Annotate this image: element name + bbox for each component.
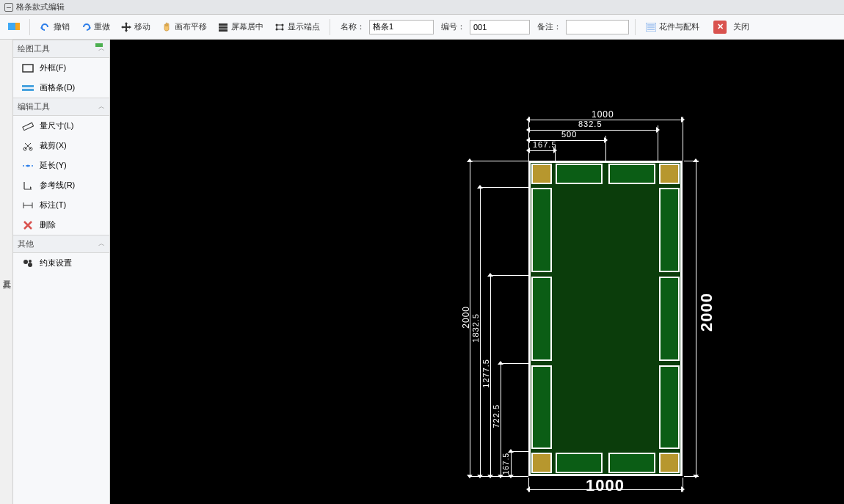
arrow: [693, 158, 699, 162]
corner-br: [659, 453, 680, 473]
main-toolbar: 撤销 重做 移动 画布平移 屏幕居中 显示端点 名称： 编号： 备注：: [0, 15, 844, 40]
sidebar-item-label: 参考线(R): [40, 180, 75, 191]
code-input[interactable]: [470, 20, 530, 34]
sidebar-item-trim[interactable]: 裁剪(X): [13, 136, 109, 156]
sidebar-item-label: 约束设置: [40, 258, 72, 269]
dim-label: 722.5: [492, 404, 501, 428]
corner-tl: [531, 164, 552, 184]
arrow: [681, 486, 685, 492]
undo-button[interactable]: 撤销: [36, 19, 73, 35]
seg: [556, 164, 603, 184]
svg-point-19: [29, 260, 32, 263]
delete-icon: [22, 220, 34, 230]
seg: [531, 365, 552, 449]
sidebar-item-delete[interactable]: 删除: [13, 215, 109, 235]
group-label: 其他: [18, 238, 34, 249]
group-header-draw[interactable]: 绘图工具︿: [13, 40, 109, 58]
scissors-icon: [22, 141, 34, 151]
app-icon: [4, 3, 13, 12]
marker-icon: [95, 43, 103, 47]
sidebar-item-extend[interactable]: 延长(Y): [13, 156, 109, 175]
tick: [658, 125, 658, 161]
dim-label: 500: [561, 130, 577, 139]
dimline: [511, 451, 512, 476]
move-label: 移动: [134, 21, 150, 32]
rectangle-icon: [22, 63, 34, 73]
dim-label: 1000: [586, 476, 625, 495]
title-bar: 格条款式编辑: [0, 0, 844, 15]
seg: [659, 277, 680, 361]
sidebar-item-annotate[interactable]: 标注(T): [13, 195, 109, 215]
dim-label: 167.5: [502, 453, 510, 475]
flag-tool-button[interactable]: [4, 19, 23, 35]
seg: [556, 453, 603, 473]
sidebar-item-grid[interactable]: 画格条(D): [13, 78, 109, 98]
move-icon: [120, 21, 132, 33]
group-header-other[interactable]: 其他︿: [13, 235, 109, 253]
dim-label: 2000: [461, 306, 471, 329]
svg-rect-10: [23, 65, 33, 72]
arrow: [487, 273, 493, 277]
arrow: [467, 475, 473, 478]
pan-button[interactable]: 画布平移: [157, 19, 211, 35]
seg: [531, 188, 552, 272]
tick: [490, 275, 528, 276]
sidebar-item-measure[interactable]: 量尺寸(L): [13, 116, 109, 136]
center-button[interactable]: 屏幕居中: [214, 19, 267, 35]
svg-point-17: [23, 260, 28, 264]
tick: [555, 146, 556, 161]
redo-icon: [80, 21, 92, 33]
parts-button[interactable]: 花件与配料: [641, 19, 703, 35]
name-label: 名称：: [341, 21, 365, 32]
flag-icon: [8, 21, 20, 33]
constraint-icon: [22, 258, 34, 269]
svg-point-18: [28, 263, 32, 267]
sidebar-item-constraint[interactable]: 约束设置: [13, 253, 109, 273]
extend-icon: [22, 161, 34, 171]
dim-label: 1832.5: [471, 313, 480, 343]
redo-button[interactable]: 重做: [76, 19, 114, 35]
dimline: [696, 161, 696, 476]
dimline: [528, 130, 658, 131]
center-icon: [217, 21, 229, 33]
corner-bl: [531, 453, 552, 473]
drawing-canvas[interactable]: 167.5 500 832.5 1000: [110, 40, 844, 504]
window-title: 格条款式编辑: [16, 1, 65, 12]
dimline: [528, 140, 605, 141]
name-input[interactable]: [369, 20, 434, 34]
dim-label: 1277.5: [481, 359, 490, 388]
axis-icon: [22, 180, 34, 191]
dim-label: 832.5: [578, 120, 603, 128]
vertical-tab[interactable]: 工具栏: [0, 40, 13, 504]
close-button[interactable]: 关闭: [730, 19, 753, 34]
showpoints-label: 显示端点: [288, 21, 320, 32]
undo-icon: [40, 21, 51, 33]
sidebar-item-refline[interactable]: 参考线(R): [13, 175, 109, 195]
seg: [531, 277, 552, 361]
dimline: [528, 120, 683, 120]
remark-input[interactable]: [566, 20, 629, 34]
arrow: [477, 475, 483, 478]
hand-icon: [161, 21, 172, 33]
seg: [659, 188, 680, 272]
group-header-edit[interactable]: 编辑工具︿: [13, 98, 109, 116]
parts-label: 花件与配料: [659, 21, 699, 32]
list-icon: [645, 21, 657, 33]
dimline: [490, 275, 491, 476]
close-icon[interactable]: ✕: [713, 21, 727, 34]
sidebar-item-frame[interactable]: 外框(F): [13, 58, 109, 78]
center-label: 屏幕居中: [231, 21, 263, 32]
svg-rect-2: [219, 23, 228, 26]
tick: [480, 187, 528, 188]
svg-point-16: [27, 164, 29, 167]
seg: [608, 164, 655, 184]
dimline: [480, 187, 481, 476]
seg: [659, 365, 680, 449]
move-button[interactable]: 移动: [117, 19, 154, 35]
corner-tr: [659, 164, 680, 184]
showpoints-button[interactable]: 显示端点: [270, 19, 324, 35]
arrow: [467, 158, 473, 162]
arrow: [477, 185, 483, 189]
pan-label: 画布平移: [175, 21, 207, 32]
svg-rect-0: [8, 23, 15, 30]
